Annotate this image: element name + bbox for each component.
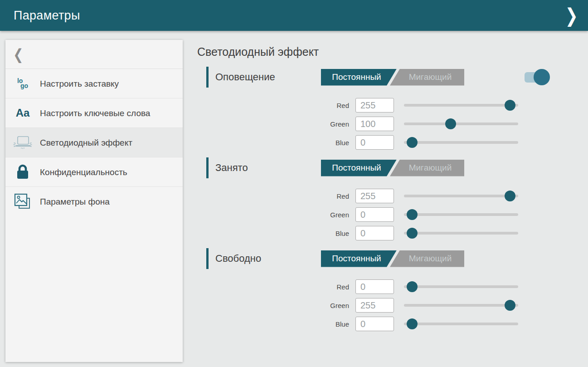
channel-label: Green bbox=[306, 120, 349, 128]
slider-knob bbox=[445, 118, 456, 129]
led-section-busy: Занято Постоянный Мигающий Red Green Blu… bbox=[197, 157, 555, 241]
led-monitor-icon bbox=[12, 135, 33, 150]
channel-value-input[interactable] bbox=[355, 279, 394, 294]
background-images-icon bbox=[13, 192, 32, 211]
section-enable-toggle[interactable] bbox=[525, 69, 550, 85]
channel-value-input[interactable] bbox=[355, 117, 394, 131]
channel-slider[interactable] bbox=[404, 209, 518, 220]
mode-option-blinking-label: Мигающий bbox=[409, 254, 452, 264]
mode-option-constant-label: Постоянный bbox=[332, 163, 381, 173]
channel-slider[interactable] bbox=[404, 281, 518, 292]
channel-label: Blue bbox=[306, 320, 349, 328]
mode-option-blinking[interactable]: Мигающий bbox=[390, 160, 464, 176]
section-title: Светодиодный эффект bbox=[197, 45, 583, 59]
led-sections: Оповещение Постоянный Мигающий Red Green… bbox=[197, 67, 583, 332]
channel-label: Green bbox=[306, 211, 349, 219]
slider-track bbox=[404, 213, 518, 216]
slider-knob bbox=[505, 300, 515, 311]
section-head: Занято Постоянный Мигающий bbox=[197, 157, 555, 178]
channel-row-red: Red bbox=[306, 98, 555, 113]
channel-value-input[interactable] bbox=[355, 98, 394, 113]
mode-segmented-control: Постоянный Мигающий bbox=[321, 250, 464, 267]
forward-chevron-icon[interactable]: ❯ bbox=[565, 6, 578, 25]
sidebar-item-led-effect[interactable]: Светодиодный эффект bbox=[5, 128, 183, 157]
section-accent-bar bbox=[206, 67, 209, 88]
channel-slider[interactable] bbox=[404, 118, 518, 129]
mode-segmented-control: Постоянный Мигающий bbox=[321, 160, 464, 176]
back-chevron-icon: ❮ bbox=[13, 45, 24, 63]
mode-option-constant[interactable]: Постоянный bbox=[321, 69, 397, 86]
nav-icon: Aa bbox=[5, 107, 40, 119]
slider-knob bbox=[407, 281, 418, 292]
nav-icon bbox=[5, 135, 40, 150]
channel-slider[interactable] bbox=[404, 300, 518, 311]
section-label: Занято bbox=[215, 162, 321, 174]
channel-row-red: Red bbox=[306, 279, 555, 294]
channel-value-input[interactable] bbox=[355, 135, 394, 150]
sidebar-nav: logo Настроить заставку Aa Настроить клю… bbox=[5, 69, 183, 216]
channel-row-green: Green bbox=[306, 207, 555, 222]
channel-value-input[interactable] bbox=[355, 226, 394, 240]
sidebar-item-keywords[interactable]: Aa Настроить ключевые слова bbox=[5, 98, 183, 128]
slider-track bbox=[404, 104, 518, 107]
nav-icon bbox=[5, 192, 40, 211]
channel-value-input[interactable] bbox=[355, 189, 394, 203]
sidebar-item-splash[interactable]: logo Настроить заставку bbox=[5, 69, 183, 98]
channel-value-input[interactable] bbox=[355, 207, 394, 222]
mode-option-blinking[interactable]: Мигающий bbox=[390, 250, 464, 267]
section-head: Свободно Постоянный Мигающий bbox=[197, 248, 555, 269]
mode-option-blinking-label: Мигающий bbox=[409, 163, 452, 173]
mode-segmented-control: Постоянный Мигающий bbox=[321, 69, 464, 86]
slider-knob bbox=[407, 228, 418, 239]
mode-option-constant-label: Постоянный bbox=[332, 254, 381, 264]
nav-icon bbox=[5, 163, 40, 181]
mode-option-constant[interactable]: Постоянный bbox=[321, 160, 397, 176]
slider-knob bbox=[505, 191, 515, 201]
mode-option-blinking-label: Мигающий bbox=[409, 72, 452, 82]
channel-slider[interactable] bbox=[404, 228, 518, 239]
keywords-icon: Aa bbox=[16, 107, 30, 119]
section-label: Оповещение bbox=[215, 71, 321, 83]
lock-icon bbox=[15, 163, 30, 181]
channel-label: Blue bbox=[306, 139, 349, 147]
slider-track bbox=[404, 304, 518, 307]
section-accent-bar bbox=[206, 248, 209, 269]
slider-knob bbox=[407, 209, 418, 220]
sidebar-item-privacy[interactable]: Конфиденциальность bbox=[5, 157, 183, 187]
mode-option-constant-label: Постоянный bbox=[332, 72, 381, 82]
sidebar-item-label: Конфиденциальность bbox=[40, 166, 127, 178]
led-section-alert: Оповещение Постоянный Мигающий Red Green… bbox=[197, 67, 555, 150]
channel-slider[interactable] bbox=[404, 100, 518, 111]
channel-row-green: Green bbox=[306, 116, 555, 132]
slider-track bbox=[404, 323, 518, 325]
sidebar-item-label: Светодиодный эффект bbox=[40, 137, 132, 148]
slider-knob bbox=[505, 100, 515, 111]
slider-knob bbox=[407, 318, 418, 329]
channel-value-input[interactable] bbox=[355, 298, 394, 313]
mode-option-blinking[interactable]: Мигающий bbox=[390, 69, 464, 86]
led-section-free: Свободно Постоянный Мигающий Red Green B… bbox=[197, 248, 555, 332]
sidebar-item-label: Параметры фона bbox=[40, 196, 110, 207]
channel-row-blue: Blue bbox=[306, 225, 555, 241]
channel-value-input[interactable] bbox=[355, 317, 394, 331]
sidebar-item-label: Настроить заставку bbox=[40, 78, 119, 89]
slider-track bbox=[404, 195, 518, 197]
section-label: Свободно bbox=[215, 253, 321, 264]
main-panel: Светодиодный эффект Оповещение Постоянны… bbox=[197, 40, 583, 339]
rgb-channels: Red Green Blue bbox=[306, 188, 555, 241]
channel-slider[interactable] bbox=[404, 318, 518, 329]
rgb-channels: Red Green Blue bbox=[306, 98, 555, 150]
channel-label: Green bbox=[306, 302, 349, 309]
channel-label: Red bbox=[306, 192, 349, 200]
channel-slider[interactable] bbox=[404, 191, 518, 201]
logo-icon: logo bbox=[17, 78, 28, 88]
mode-option-constant[interactable]: Постоянный bbox=[321, 250, 397, 267]
channel-row-red: Red bbox=[306, 188, 555, 204]
page-title: Параметры bbox=[14, 9, 80, 23]
slider-track bbox=[404, 122, 518, 125]
channel-slider[interactable] bbox=[404, 137, 518, 148]
section-head: Оповещение Постоянный Мигающий bbox=[197, 67, 555, 88]
sidebar-back-button[interactable]: ❮ bbox=[5, 40, 183, 69]
sidebar-item-background[interactable]: Параметры фона bbox=[5, 187, 183, 216]
section-accent-bar bbox=[206, 157, 209, 178]
